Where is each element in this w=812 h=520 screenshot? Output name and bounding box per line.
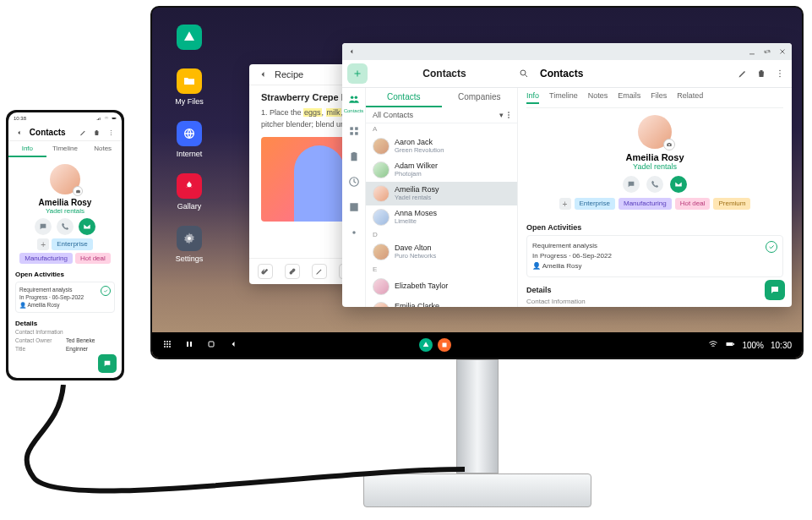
edit-icon[interactable]	[79, 129, 87, 137]
search-icon[interactable]	[516, 68, 531, 79]
contact-row[interactable]: Ameilia RosyYadel rentals	[366, 182, 517, 205]
tag[interactable]: Hot deal	[675, 198, 711, 210]
complete-check-icon[interactable]	[766, 241, 777, 253]
back-icon[interactable]	[15, 129, 23, 137]
rail-settings-icon[interactable]	[346, 225, 362, 240]
minimize-icon[interactable]	[748, 47, 756, 56]
dock-item-internet[interactable]: Internet	[164, 121, 215, 158]
section-letter: A	[366, 123, 517, 134]
edit-icon[interactable]	[738, 68, 748, 79]
add-button[interactable]	[347, 63, 368, 84]
filter-dropdown[interactable]: All Contacts ▾	[366, 107, 517, 123]
battery-icon	[112, 116, 117, 121]
tag[interactable]: Manufacturing	[19, 253, 73, 264]
dock-item-gallery[interactable]: Gallary	[164, 173, 215, 211]
camera-icon[interactable]	[73, 186, 83, 196]
email-button[interactable]	[670, 176, 687, 193]
rail-building-icon[interactable]	[346, 149, 362, 164]
rail-contacts-icon[interactable]	[346, 91, 362, 107]
complete-check-icon[interactable]	[101, 286, 111, 296]
maximize-icon[interactable]	[763, 47, 771, 56]
call-button[interactable]	[57, 218, 74, 235]
apps-icon[interactable]	[162, 339, 172, 351]
tag[interactable]: Enterprise	[52, 238, 92, 250]
contact-row[interactable]: Dave AltonPuro Networks	[366, 240, 517, 264]
add-tag-button[interactable]: +	[37, 238, 49, 250]
tab-related[interactable]: Related	[677, 91, 703, 104]
tag[interactable]: Hot deal	[75, 253, 111, 264]
activity-owner: Ameilia Rosy	[27, 302, 59, 308]
battery-icon	[725, 339, 735, 351]
delete-icon[interactable]	[93, 129, 101, 137]
fab-button[interactable]	[98, 354, 117, 373]
contact-row[interactable]: Aaron JackGreen Revolution	[366, 134, 517, 158]
taskbar-app-icon[interactable]	[438, 338, 451, 352]
tab-info[interactable]: Info	[526, 91, 539, 104]
section-letter: E	[366, 264, 517, 275]
back-icon[interactable]	[228, 339, 238, 351]
subtab-contacts[interactable]: Contacts	[366, 88, 442, 107]
email-button[interactable]	[79, 218, 95, 235]
fab-button[interactable]	[765, 280, 785, 300]
avatar[interactable]	[638, 115, 672, 149]
add-tag-button[interactable]: +	[559, 198, 571, 210]
tag[interactable]: Enterprise	[575, 198, 615, 210]
chat-button[interactable]	[623, 176, 640, 193]
svg-point-23	[169, 341, 171, 342]
dock-item-files[interactable]: My Files	[164, 68, 215, 106]
tool-pencil-icon[interactable]	[312, 264, 327, 279]
recent-icon[interactable]	[184, 339, 194, 351]
more-icon[interactable]	[107, 129, 115, 137]
dock-item-app[interactable]	[164, 25, 215, 53]
delete-icon[interactable]	[756, 68, 766, 79]
tab-timeline[interactable]: Timeline	[46, 141, 84, 157]
phone-status-bar: 10:38	[8, 112, 122, 124]
rail-activity-icon[interactable]	[346, 174, 362, 189]
contact-row[interactable]: Emilia ClarkeZylker	[366, 298, 517, 307]
camera-icon[interactable]	[663, 139, 675, 151]
call-button[interactable]	[646, 176, 663, 193]
contact-row[interactable]: Elizabeth Taylor	[366, 275, 517, 298]
field-label: Title	[15, 346, 66, 352]
svg-point-7	[779, 73, 781, 74]
activity-card[interactable]: Requirement analysis In Progress · 06-Se…	[526, 235, 783, 277]
back-icon[interactable]	[347, 47, 356, 56]
tab-files[interactable]: Files	[651, 91, 667, 104]
activity-owner: Ameilia Rosy	[542, 262, 582, 270]
contact-company[interactable]: Yadel rentals	[15, 207, 115, 215]
tab-notes[interactable]: Notes	[84, 141, 122, 157]
contact-row[interactable]: Anna MosesLimelite	[366, 205, 517, 229]
tag[interactable]: Premium	[713, 198, 750, 210]
svg-rect-13	[350, 132, 353, 135]
activity-status: In Progress · 06-Sep-2022	[532, 251, 777, 261]
close-icon[interactable]	[778, 47, 787, 56]
svg-rect-14	[355, 132, 358, 135]
home-icon[interactable]	[206, 339, 216, 351]
tool-clip-icon[interactable]	[258, 264, 273, 279]
filter-label: All Contacts	[373, 111, 413, 119]
rail-pipeline-icon[interactable]	[346, 123, 362, 139]
tool-link-icon[interactable]	[285, 264, 300, 279]
tag[interactable]: Manufacturing	[619, 198, 672, 210]
contact-company[interactable]: Yadel rentals	[526, 162, 783, 171]
chat-button[interactable]	[35, 218, 52, 235]
avatar[interactable]	[50, 164, 80, 194]
contacts-window[interactable]: Contacts Contacts Contacts Contac	[342, 43, 792, 307]
dock-item-settings[interactable]: Settings	[164, 226, 215, 263]
taskbar-app-icon[interactable]	[419, 338, 433, 352]
rail-dashboard-icon[interactable]	[346, 200, 362, 215]
more-icon[interactable]	[775, 68, 785, 79]
subtab-companies[interactable]: Companies	[442, 88, 518, 107]
svg-point-9	[350, 96, 353, 100]
dock-label: My Files	[175, 97, 204, 106]
wifi-icon[interactable]	[708, 339, 718, 351]
tab-notes[interactable]: Notes	[588, 91, 608, 104]
activity-card[interactable]: Requirement analysis In Progress · 06-Se…	[15, 282, 115, 313]
tab-info[interactable]: Info	[8, 141, 46, 157]
field-value: Ted Beneke	[66, 337, 95, 343]
tab-emails[interactable]: Emails	[618, 91, 640, 104]
back-icon[interactable]	[258, 69, 268, 79]
contact-row[interactable]: Adam WilkerPhotojam	[366, 158, 517, 182]
tab-timeline[interactable]: Timeline	[549, 91, 578, 104]
status-time: 10:38	[14, 116, 26, 121]
